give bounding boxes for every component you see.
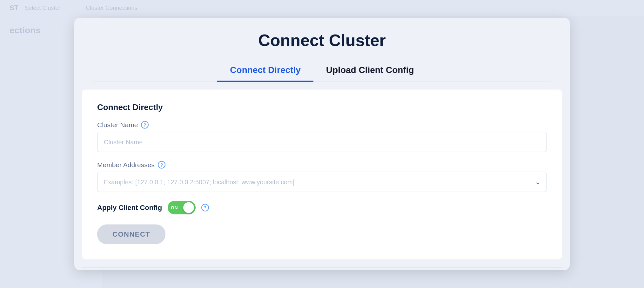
apply-client-config-help-icon[interactable]: ? (201, 204, 209, 212)
cluster-name-label-row: Cluster Name ? (97, 121, 547, 129)
cluster-name-input[interactable] (97, 132, 547, 152)
member-addresses-input-wrapper: ⌄ (97, 172, 547, 192)
toggle-on-label: ON (170, 205, 178, 210)
member-addresses-group: Member Addresses ? ⌄ (97, 161, 547, 192)
toggle-knob (183, 202, 194, 213)
cluster-name-group: Cluster Name ? (97, 121, 547, 152)
apply-client-config-row: Apply Client Config ON ? (97, 201, 547, 214)
tab-upload-client-config[interactable]: Upload Client Config (313, 60, 427, 82)
member-addresses-label-row: Member Addresses ? (97, 161, 547, 169)
modal-body: Connect Directly Cluster Name ? Member A… (82, 90, 562, 259)
modal-footer-space (74, 268, 570, 270)
tabs-container: Connect Directly Upload Client Config (93, 60, 551, 82)
connect-cluster-modal: Connect Cluster Connect Directly Upload … (74, 18, 570, 270)
cluster-name-label: Cluster Name (97, 121, 138, 129)
apply-client-config-toggle[interactable]: ON (168, 201, 196, 214)
member-addresses-input[interactable] (97, 172, 547, 192)
apply-client-config-label: Apply Client Config (97, 204, 162, 212)
cluster-name-help-icon[interactable]: ? (141, 121, 149, 129)
connect-button[interactable]: CONNECT (97, 225, 165, 244)
member-addresses-help-icon[interactable]: ? (158, 161, 165, 169)
form-section-title: Connect Directly (97, 102, 547, 112)
member-addresses-label: Member Addresses (97, 161, 155, 169)
modal-header: Connect Cluster Connect Directly Upload … (74, 18, 570, 82)
modal-title: Connect Cluster (93, 31, 551, 50)
tab-connect-directly[interactable]: Connect Directly (217, 60, 313, 82)
